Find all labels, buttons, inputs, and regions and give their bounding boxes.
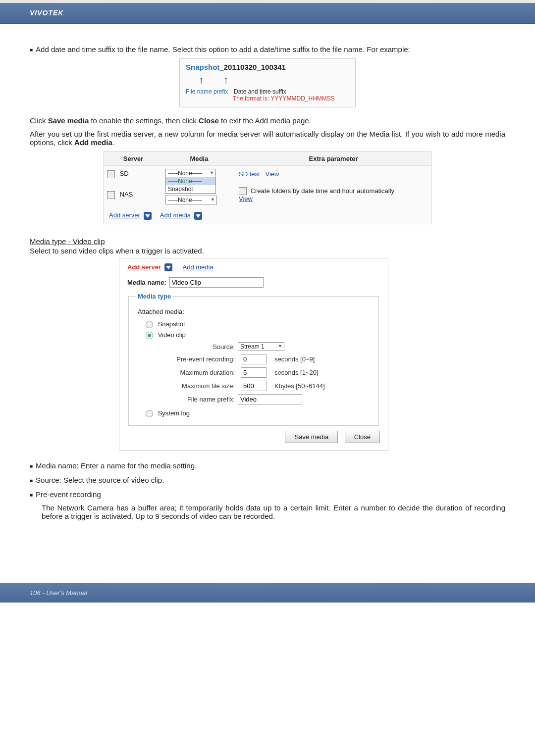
add-media-link[interactable]: Add media bbox=[183, 263, 214, 271]
media-name-row: Media name: bbox=[127, 277, 380, 288]
brand-label: VIVOTEK bbox=[30, 9, 63, 17]
dropdown-option-selected[interactable]: -----None----- bbox=[166, 177, 215, 185]
radio-icon-selected[interactable] bbox=[146, 332, 153, 339]
top-bar: VIVOTEK bbox=[0, 0, 535, 24]
add-media-link[interactable]: Add media bbox=[160, 211, 191, 219]
bullet-text: Source: Select the source of video clip. bbox=[36, 476, 164, 484]
create-folders-label: Create folders by date time and hour aut… bbox=[251, 187, 395, 195]
bullet-text: Media name: Enter a name for the media s… bbox=[36, 461, 197, 470]
bullet-source: ■ Source: Select the source of video cli… bbox=[30, 476, 505, 484]
text: to enable the settings, then click bbox=[89, 116, 199, 125]
panel-footer: Add server Add media bbox=[104, 207, 431, 224]
dialog-top-links: Add server Add media bbox=[127, 263, 380, 272]
max-filesize-row: Maximum file size: Kbytes [50~6144] bbox=[160, 381, 372, 391]
add-server-link[interactable]: Add server bbox=[109, 211, 140, 219]
bullet-icon: ■ bbox=[30, 490, 33, 498]
pre-event-label: Pre-event recording: bbox=[160, 355, 235, 363]
max-duration-row: Maximum duration: seconds [1~20] bbox=[160, 367, 372, 378]
radio-icon[interactable] bbox=[146, 321, 153, 328]
file-name-prefix-row: File name prefix: bbox=[160, 394, 372, 404]
arrow-labels: File name prefix Date and time suffix Th… bbox=[186, 88, 349, 102]
sd-test-link[interactable]: SD test bbox=[239, 170, 260, 178]
bullet-text: Pre-event recording bbox=[36, 490, 101, 499]
file-name-prefix-input[interactable] bbox=[238, 394, 302, 404]
max-duration-input[interactable] bbox=[241, 367, 267, 378]
media-type-legend: Media type bbox=[136, 293, 173, 300]
th-extra: Extra parameter bbox=[236, 152, 431, 166]
add-server-link[interactable]: Add server bbox=[127, 263, 161, 271]
filename-example-box: Snapshot_20110320_100341 ↑↑ File name pr… bbox=[179, 58, 356, 107]
media-dropdown-sd[interactable]: -----None----- -----None----- Snapshot bbox=[165, 169, 216, 194]
text: Click bbox=[30, 116, 48, 125]
source-row: Source: Stream 1 bbox=[160, 342, 372, 351]
add-media-dialog: Add server Add media Media name: Media t… bbox=[119, 258, 388, 451]
footer-bar: 106 - User's Manual bbox=[0, 583, 535, 603]
media-table: Server Media Extra parameter SD -----Non… bbox=[104, 152, 431, 207]
option-video-clip[interactable]: Video clip bbox=[146, 331, 372, 339]
section-subtext: Select to send video clips when a trigge… bbox=[30, 247, 505, 255]
server-name: NAS bbox=[120, 191, 133, 198]
max-filesize-label: Maximum file size: bbox=[160, 382, 235, 390]
save-media-instruction: Click Save media to enable the settings,… bbox=[30, 116, 505, 125]
bullet-media-name: ■ Media name: Enter a name for the media… bbox=[30, 461, 505, 470]
close-button[interactable]: Close bbox=[345, 431, 380, 443]
option-label: Video clip bbox=[158, 331, 186, 339]
format-label: The format is: YYYYMMDD_HHMMSS bbox=[233, 95, 349, 102]
filename-prefix: Snapshot bbox=[186, 63, 219, 71]
bullet-datetime-suffix: ■ Add date and time suffix to the file n… bbox=[30, 45, 505, 53]
view-link[interactable]: View bbox=[239, 195, 253, 202]
max-duration-label: Maximum duration: bbox=[160, 369, 235, 376]
checkbox-nas[interactable] bbox=[107, 191, 115, 199]
bullet-pre-event: ■ Pre-event recording bbox=[30, 490, 505, 499]
filename-suffix: _20110320_100341 bbox=[219, 63, 285, 71]
pre-event-hint: seconds [0~9] bbox=[274, 355, 315, 363]
save-media-button[interactable]: Save media bbox=[285, 431, 338, 443]
option-label: System log bbox=[158, 409, 190, 417]
pre-event-description: The Network Camera has a buffer area; it… bbox=[30, 504, 505, 520]
bold: Save media bbox=[48, 116, 89, 125]
media-type-video-clip-heading: Media type - Video clip bbox=[30, 237, 505, 246]
table-row: NAS Create folders by date time and hour… bbox=[104, 182, 431, 207]
dropdown-option[interactable]: -----None----- bbox=[166, 169, 215, 177]
radio-icon[interactable] bbox=[146, 410, 153, 417]
media-dropdown-nas[interactable]: -----None----- bbox=[165, 196, 217, 204]
bold: Close bbox=[199, 116, 219, 125]
option-snapshot[interactable]: Snapshot bbox=[146, 320, 372, 328]
max-filesize-hint: Kbytes [50~6144] bbox=[274, 382, 325, 390]
date-time-suffix-label: Date and time suffix bbox=[234, 88, 286, 95]
pre-event-input[interactable] bbox=[241, 354, 267, 364]
option-system-log[interactable]: System log bbox=[146, 409, 372, 417]
th-server: Server bbox=[104, 152, 162, 166]
page-number: 106 - User's Manual bbox=[30, 589, 87, 597]
page-content: ■ Add date and time suffix to the file n… bbox=[0, 24, 535, 583]
file-name-prefix-label: File name prefix: bbox=[160, 396, 235, 403]
chevron-down-icon[interactable] bbox=[144, 212, 152, 220]
text: . bbox=[112, 138, 114, 147]
table-row: SD -----None----- -----None----- Snapsho… bbox=[104, 166, 431, 183]
bold: Add media bbox=[74, 138, 112, 147]
chevron-down-icon[interactable] bbox=[164, 263, 172, 271]
max-duration-hint: seconds [1~20] bbox=[274, 369, 319, 376]
media-name-label: Media name: bbox=[127, 279, 166, 286]
server-name: SD bbox=[120, 170, 129, 177]
media-type-fieldset: Media type Attached media: Snapshot Vide… bbox=[128, 293, 379, 426]
max-filesize-input[interactable] bbox=[241, 381, 267, 391]
chevron-down-icon[interactable] bbox=[194, 212, 202, 220]
view-link[interactable]: View bbox=[265, 170, 279, 178]
text: to exit the Add media page. bbox=[219, 116, 311, 125]
dialog-actions: Save media Close bbox=[127, 431, 380, 443]
dropdown-option[interactable]: Snapshot bbox=[166, 185, 215, 193]
checkbox-create-folders[interactable] bbox=[239, 187, 247, 195]
file-name-prefix-label: File name prefix bbox=[186, 88, 228, 95]
option-label: Snapshot bbox=[158, 320, 185, 328]
bullet-icon: ■ bbox=[30, 45, 33, 52]
th-media: Media bbox=[162, 152, 236, 166]
source-dropdown[interactable]: Stream 1 bbox=[238, 342, 284, 351]
attached-media-label: Attached media: bbox=[138, 308, 372, 315]
checkbox-sd[interactable] bbox=[107, 170, 115, 178]
bullet-icon: ■ bbox=[30, 476, 33, 483]
bullet-icon: ■ bbox=[30, 461, 33, 469]
pre-event-row: Pre-event recording: seconds [0~9] bbox=[160, 354, 372, 364]
media-name-input[interactable] bbox=[169, 277, 264, 288]
arrows-row: ↑↑ bbox=[186, 74, 349, 86]
